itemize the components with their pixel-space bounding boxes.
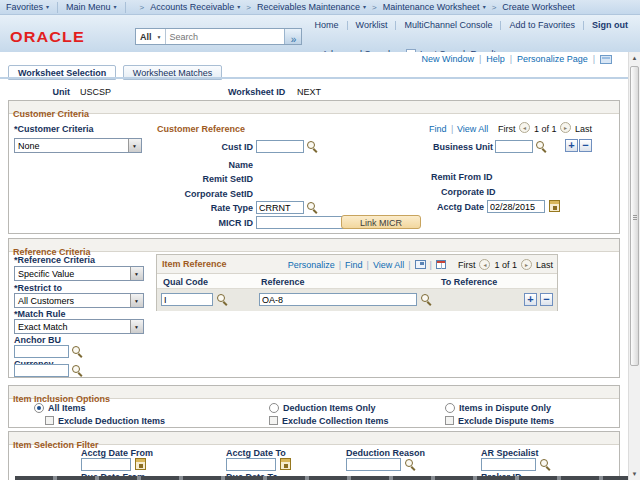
grid-last-label: Last bbox=[536, 260, 553, 270]
reference-lookup-icon[interactable] bbox=[421, 294, 432, 305]
calendar-icon[interactable] bbox=[280, 458, 291, 470]
acctg-date-to-label: Acctg Date To bbox=[226, 448, 286, 458]
acctg-date-input[interactable] bbox=[487, 200, 545, 213]
item-reference-title: Item Reference bbox=[162, 259, 227, 269]
all-items-radio[interactable] bbox=[34, 403, 44, 413]
qual-code-lookup-icon[interactable] bbox=[217, 294, 228, 305]
acctg-date-from-label: Acctg Date From bbox=[81, 448, 153, 458]
exclude-dispute-items-checkbox[interactable] bbox=[445, 416, 454, 425]
breadcrumb: Favorites Main Menu > Accounts Receivabl… bbox=[0, 0, 640, 15]
restrict-to-select-value: All Customers bbox=[18, 296, 74, 306]
scroll-down-icon[interactable]: ▼ bbox=[629, 468, 640, 480]
personalize-link[interactable]: Personalize bbox=[288, 260, 335, 270]
grid-view-all-link[interactable]: View All bbox=[373, 260, 404, 270]
home-link[interactable]: Home bbox=[315, 20, 339, 30]
remit-setid-label: Remit SetID bbox=[159, 174, 253, 184]
business-unit-input[interactable] bbox=[495, 140, 533, 153]
exclude-deduction-items-checkbox[interactable] bbox=[45, 416, 54, 425]
scrollbar-thumb[interactable] bbox=[630, 66, 639, 366]
view-all-link[interactable]: View All bbox=[457, 124, 488, 134]
breadcrumb-separator bbox=[125, 2, 126, 13]
breadcrumb-accounts-receivable[interactable]: Accounts Receivable bbox=[150, 2, 240, 12]
breadcrumb-maintenance-worksheet[interactable]: Maintenance Worksheet bbox=[383, 2, 486, 12]
reference-criteria-label: *Reference Criteria bbox=[14, 255, 95, 265]
sign-out-link[interactable]: Sign out bbox=[592, 20, 628, 30]
nav-separator bbox=[347, 21, 348, 30]
grid-data-row: + − bbox=[157, 289, 557, 311]
link-micr-button[interactable]: Link MICR bbox=[341, 215, 421, 229]
customer-criteria-select[interactable]: None bbox=[14, 138, 142, 153]
delete-row-button[interactable]: − bbox=[579, 139, 592, 152]
breadcrumb-main-menu[interactable]: Main Menu bbox=[66, 2, 117, 12]
header-nav: Home Worklist MultiChannel Console Add t… bbox=[315, 20, 628, 30]
add-to-favorites-link[interactable]: Add to Favorites bbox=[509, 20, 575, 30]
breadcrumb-receivables-maintenance[interactable]: Receivables Maintenance bbox=[257, 2, 366, 12]
last-label: Last bbox=[575, 124, 592, 134]
exclude-dispute-items-label: Exclude Dispute Items bbox=[458, 416, 554, 426]
acctg-date-label: Acctg Date bbox=[379, 202, 484, 212]
grid-next-row-icon[interactable] bbox=[521, 259, 532, 270]
separator: | bbox=[367, 260, 369, 270]
breadcrumb-separator bbox=[57, 2, 58, 13]
deduction-reason-lookup-icon[interactable] bbox=[405, 459, 416, 470]
anchor-bu-input[interactable] bbox=[14, 345, 69, 358]
currency-input[interactable] bbox=[14, 364, 69, 377]
acctg-date-from-input[interactable] bbox=[81, 458, 131, 471]
separator: | bbox=[479, 54, 481, 64]
deduction-items-only-radio[interactable] bbox=[269, 403, 279, 413]
separator: | bbox=[430, 260, 432, 270]
download-grid-icon[interactable] bbox=[436, 260, 446, 269]
customer-criteria-section: Customer Criteria *Customer Criteria Non… bbox=[8, 100, 620, 234]
search-go-button[interactable] bbox=[284, 29, 301, 44]
chevron-right-icon: > bbox=[492, 3, 497, 12]
anchor-bu-lookup-icon[interactable] bbox=[72, 346, 83, 357]
items-in-dispute-only-radio[interactable] bbox=[445, 403, 455, 413]
personalize-page-link[interactable]: Personalize Page bbox=[517, 54, 588, 64]
reference-input[interactable] bbox=[259, 293, 417, 306]
grid-delete-row-button[interactable]: − bbox=[540, 293, 553, 306]
calendar-icon[interactable] bbox=[549, 200, 560, 212]
scroll-up-icon[interactable]: ▲ bbox=[629, 52, 640, 64]
breadcrumb-favorites[interactable]: Favorites bbox=[6, 2, 49, 12]
oracle-logo: ORACLE bbox=[10, 28, 85, 45]
restrict-to-select[interactable]: All Customers bbox=[14, 293, 144, 308]
nav-separator bbox=[500, 21, 501, 30]
help-link[interactable]: Help bbox=[486, 54, 505, 64]
restrict-to-label: *Restrict to bbox=[14, 283, 62, 293]
cust-id-lookup-icon[interactable] bbox=[307, 141, 318, 152]
acctg-date-to-input[interactable] bbox=[226, 458, 276, 471]
search-bar: All bbox=[135, 28, 302, 45]
cust-id-input[interactable] bbox=[256, 140, 304, 153]
ar-specialist-input[interactable] bbox=[481, 458, 536, 471]
reference-criteria-select[interactable]: Specific Value bbox=[14, 266, 144, 281]
new-window-link[interactable]: New Window bbox=[421, 54, 474, 64]
breadcrumb-create-worksheet[interactable]: Create Worksheet bbox=[502, 2, 574, 12]
match-rule-select[interactable]: Exact Match bbox=[14, 319, 144, 334]
find-link[interactable]: Find bbox=[429, 124, 447, 134]
business-unit-lookup-icon[interactable] bbox=[536, 141, 547, 152]
multichannel-console-link[interactable]: MultiChannel Console bbox=[404, 20, 492, 30]
zoom-grid-icon[interactable] bbox=[415, 260, 426, 269]
grid-column-headers: Qual Code Reference To Reference bbox=[157, 274, 557, 289]
calendar-icon[interactable] bbox=[135, 458, 146, 470]
currency-lookup-icon[interactable] bbox=[72, 365, 83, 376]
grid-add-row-button[interactable]: + bbox=[524, 293, 537, 306]
separator: | bbox=[408, 260, 410, 270]
qual-code-input[interactable] bbox=[161, 293, 213, 306]
add-row-button[interactable]: + bbox=[565, 139, 578, 152]
rate-type-input[interactable] bbox=[256, 201, 304, 214]
next-row-icon[interactable] bbox=[560, 122, 571, 133]
grid-find-link[interactable]: Find bbox=[345, 260, 363, 270]
micr-id-input[interactable] bbox=[256, 216, 346, 229]
search-scope-select[interactable]: All bbox=[136, 29, 166, 44]
ar-specialist-lookup-icon[interactable] bbox=[540, 459, 551, 470]
first-label: First bbox=[498, 124, 516, 134]
search-input[interactable] bbox=[166, 29, 284, 44]
rate-type-lookup-icon[interactable] bbox=[307, 202, 318, 213]
worklist-link[interactable]: Worklist bbox=[356, 20, 388, 30]
exclude-collection-items-checkbox[interactable] bbox=[269, 416, 278, 425]
grid-previous-row-icon[interactable] bbox=[479, 259, 490, 270]
previous-row-icon[interactable] bbox=[519, 122, 530, 133]
copy-url-icon[interactable] bbox=[600, 55, 612, 64]
deduction-reason-input[interactable] bbox=[346, 458, 401, 471]
